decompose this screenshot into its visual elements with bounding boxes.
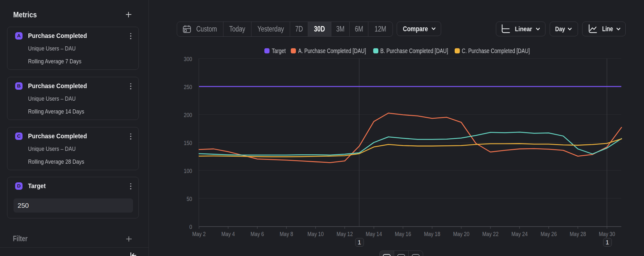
svg-text:May 2: May 2 xyxy=(192,230,206,237)
svg-text:May 22: May 22 xyxy=(482,230,498,237)
svg-text:May 10: May 10 xyxy=(308,230,324,237)
svg-text:May 24: May 24 xyxy=(511,230,528,237)
svg-text:May 30: May 30 xyxy=(599,230,615,237)
svg-text:May 18: May 18 xyxy=(424,230,440,237)
svg-text:May 12: May 12 xyxy=(336,230,353,237)
svg-text:100: 100 xyxy=(184,168,192,175)
svg-text:250: 250 xyxy=(184,84,192,91)
svg-text:May 26: May 26 xyxy=(541,230,557,237)
svg-text:May 16: May 16 xyxy=(395,230,411,237)
svg-text:May 8: May 8 xyxy=(280,230,293,237)
svg-text:May 14: May 14 xyxy=(366,230,382,237)
svg-text:0: 0 xyxy=(189,224,192,231)
svg-text:150: 150 xyxy=(184,140,192,147)
svg-text:50: 50 xyxy=(186,196,192,203)
svg-text:May 6: May 6 xyxy=(251,230,264,237)
svg-text:200: 200 xyxy=(184,112,192,119)
svg-text:300: 300 xyxy=(184,56,192,63)
svg-text:May 28: May 28 xyxy=(570,230,586,237)
svg-text:May 20: May 20 xyxy=(453,230,469,237)
svg-text:May 4: May 4 xyxy=(222,230,235,237)
